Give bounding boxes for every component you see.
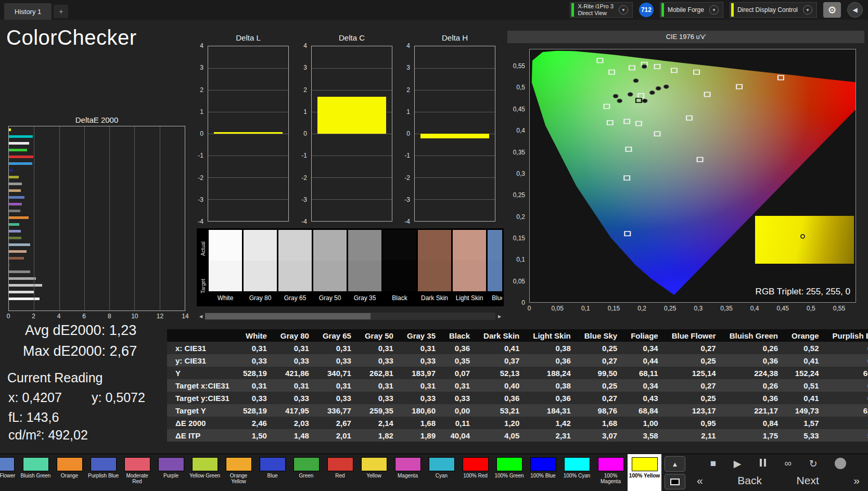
chevron-down-icon[interactable]: ▼ <box>709 5 719 15</box>
pause-button[interactable] <box>759 458 767 469</box>
continuous-button[interactable]: ∞ <box>785 458 792 469</box>
patch-button-orange-yellow[interactable]: Orange Yellow <box>222 454 256 491</box>
tab-history-1[interactable]: History 1 <box>4 3 52 20</box>
gridline <box>208 68 288 69</box>
workflow-name: Mobile Forge <box>668 7 704 14</box>
stop-button[interactable]: ■ <box>710 458 716 469</box>
table-cell: 0,38 <box>526 342 578 354</box>
patch-toolbar: Blue FlowerBluish GreenOrangePurplish Bl… <box>0 454 868 491</box>
patch-swatch <box>23 457 49 471</box>
workflow-dropdown[interactable]: Mobile Forge ▼ <box>660 2 723 18</box>
cie-diagram <box>530 49 856 302</box>
play-button[interactable]: ▶ <box>734 458 742 470</box>
patch-button-red[interactable]: Red <box>323 454 357 491</box>
table-cell: 3,58 <box>624 429 665 442</box>
table-cell: 2,03 <box>274 417 316 429</box>
patch-button-blue-flower[interactable]: Blue Flower <box>0 454 19 491</box>
patch-button-cyan[interactable]: Cyan <box>425 454 458 491</box>
x-tick-label: 2 <box>32 313 35 320</box>
swatch-cell: White <box>209 230 242 305</box>
patch-label: Magenta <box>392 473 424 479</box>
measured-point <box>656 86 661 90</box>
play-icon: ▶ <box>734 458 742 469</box>
table-cell: 180,60 <box>400 404 442 417</box>
patch-button-yellow-green[interactable]: Yellow Green <box>188 454 222 491</box>
table-cell: 0,36 <box>723 354 785 367</box>
measured-point <box>617 99 622 102</box>
scroll-left-icon[interactable]: ◀ <box>197 314 205 319</box>
cie-plot: RGB Triplet: 255, 255, 0 <box>529 49 856 303</box>
table-row-label: Target x:CIE31 <box>167 379 236 392</box>
table-cell: 60,40 <box>826 367 868 379</box>
patch-button-100-red[interactable]: 100% Red <box>458 454 492 491</box>
pattern-window-button[interactable] <box>665 474 685 489</box>
gridline <box>208 134 288 134</box>
table-cell: 0,36 <box>723 392 785 404</box>
patch-button-blue[interactable]: Blue <box>256 454 289 491</box>
x-tick-label: 4 <box>57 313 61 320</box>
patch-button-yellow[interactable]: Yellow <box>357 454 391 491</box>
display-control-dropdown[interactable]: Direct Display Control ▼ <box>730 2 817 18</box>
next-button[interactable]: Next <box>797 474 819 487</box>
table-cell: 0,95 <box>665 417 723 429</box>
chevron-down-icon[interactable]: ▼ <box>803 5 812 15</box>
patch-label: Moderate Red <box>122 473 153 484</box>
swatch-cell: Gray 65 <box>278 230 312 305</box>
table-cell: 0,37 <box>477 354 526 367</box>
patch-swatch <box>463 457 489 471</box>
patch-button-moderate-red[interactable]: Moderate Red <box>120 454 154 491</box>
chevron-down-icon[interactable]: ▼ <box>619 5 628 15</box>
add-tab-button[interactable]: + <box>54 5 68 18</box>
settings-button[interactable]: ⚙ <box>823 2 841 18</box>
patch-label: Blue <box>257 473 288 479</box>
meter-dropdown[interactable]: X-Rite i1Pro 3 Direct View ▼ <box>570 2 632 18</box>
scroll-right-icon[interactable]: ▶ <box>495 314 504 319</box>
patch-button-green[interactable]: Green <box>289 454 323 491</box>
table-cell: 0,41 <box>785 392 826 404</box>
patch-button-orange[interactable]: Orange <box>53 454 86 491</box>
deltae2000-chart: DeltaE 2000 02468101214 <box>8 115 185 320</box>
patch-button-100-green[interactable]: 100% Green <box>492 454 526 491</box>
scrollbar-thumb[interactable] <box>205 313 371 319</box>
table-cell: 68,84 <box>624 404 665 417</box>
back-button[interactable]: Back <box>737 474 762 487</box>
table-cell: 0,33 <box>316 392 358 404</box>
deltae-bar <box>9 203 22 205</box>
actual-row-label: Actual <box>198 230 208 267</box>
back-chevron-icon[interactable]: « <box>697 474 703 487</box>
patch-button-purple[interactable]: Purple <box>154 454 188 491</box>
actual-swatch <box>383 230 416 261</box>
swatch-scrollbar[interactable]: ◀ ▶ <box>197 313 504 320</box>
table-cell: 0,33 <box>442 392 477 404</box>
patch-button-bluish-green[interactable]: Bluish Green <box>19 454 53 491</box>
patch-button-100-cyan[interactable]: 100% Cyan <box>560 454 594 491</box>
patch-label: Purple <box>156 473 187 479</box>
measurement-marker-icon <box>800 234 805 239</box>
patch-button-100-yellow[interactable]: 100% Yellow <box>628 454 661 491</box>
deltae-bar <box>9 135 33 138</box>
actual-swatch <box>418 230 451 261</box>
patch-button-purplish-blue[interactable]: Purplish Blue <box>86 454 120 491</box>
target-swatch <box>278 261 312 291</box>
patch-button-100-blue[interactable]: 100% Blue <box>526 454 560 491</box>
eject-button[interactable]: ▲ <box>665 456 685 472</box>
table-col-header: Dark Skin <box>477 329 526 342</box>
next-chevron-icon[interactable]: » <box>853 474 860 487</box>
gridline <box>415 90 495 91</box>
scrollbar-track[interactable] <box>205 313 495 320</box>
actual-swatch <box>209 230 242 261</box>
table-cell: 0,33 <box>274 354 316 367</box>
table-cell: 1,68 <box>400 417 442 429</box>
table-row: ΔE ITP1,501,482,011,821,8940,044,052,313… <box>167 429 868 442</box>
meter-count-badge: 712 <box>639 3 654 17</box>
deltae-bar <box>9 264 10 266</box>
patch-swatch <box>226 457 252 471</box>
loop-button[interactable]: ↻ <box>809 458 818 470</box>
rgb-gradient-inset <box>755 216 854 264</box>
target-swatch <box>418 261 451 291</box>
patch-swatch <box>192 457 218 471</box>
patch-button-magenta[interactable]: Magenta <box>391 454 425 491</box>
record-icon[interactable] <box>835 458 846 469</box>
collapse-panel-button[interactable]: ◀ <box>847 2 863 18</box>
patch-button-100-magenta[interactable]: 100% Magenta <box>594 454 628 491</box>
